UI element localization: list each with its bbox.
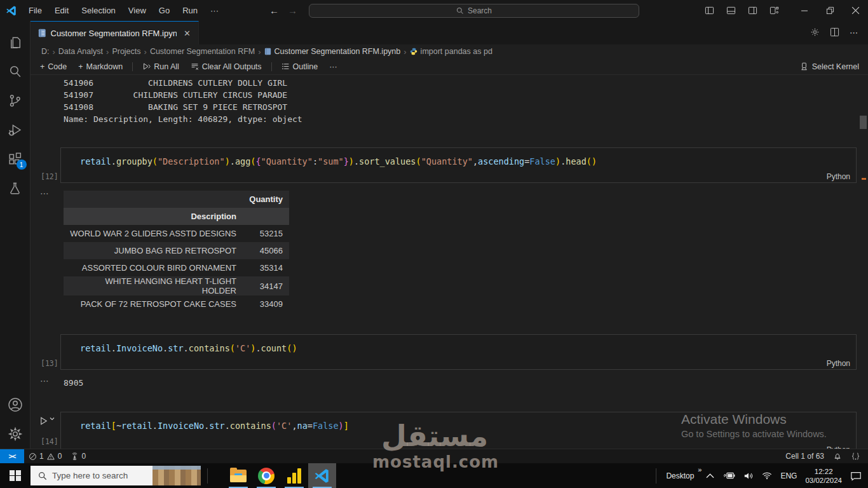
cell13-output-collapse[interactable]: ⋯: [40, 376, 50, 386]
code-cell-13[interactable]: retail.InvoiceNo.str.contains('C').count…: [60, 334, 857, 370]
source-control-icon[interactable]: [0, 86, 31, 115]
breadcrumb-symbol[interactable]: import pandas as pd: [421, 47, 492, 56]
kernel-icon: [800, 62, 808, 71]
remote-indicator[interactable]: ><: [0, 449, 24, 464]
breadcrumb-folder[interactable]: Customer Segmentation RFM: [150, 47, 255, 56]
code-cell-14[interactable]: retail[~retail.InvoiceNo.str.contains('C…: [60, 412, 857, 449]
cell14-code[interactable]: retail[~retail.InvoiceNo.str.contains('C…: [61, 412, 856, 431]
accounts-icon[interactable]: [0, 390, 31, 419]
tab-close-icon[interactable]: ✕: [181, 29, 193, 38]
notebook-toolbar: +Code +Markdown Run All Clear All Output…: [31, 58, 868, 75]
search-sidebar-icon[interactable]: [0, 57, 31, 86]
ports-indicator[interactable]: 0: [66, 449, 90, 463]
start-button[interactable]: [0, 463, 31, 488]
menu-edit[interactable]: Edit: [50, 4, 74, 17]
prettier-braces-icon[interactable]: [851, 452, 860, 461]
notifications-bell-icon[interactable]: [833, 452, 842, 461]
breadcrumb-drive[interactable]: D:: [41, 47, 50, 56]
error-icon: [29, 452, 37, 461]
nav-back-icon[interactable]: ←: [269, 5, 279, 16]
tray-date: 03/02/2024: [805, 476, 842, 485]
run-debug-icon[interactable]: [0, 115, 31, 144]
add-markdown-cell-button[interactable]: +Markdown: [74, 61, 127, 72]
editor-more-actions-icon[interactable]: ⋯: [850, 28, 858, 37]
plus-icon: +: [78, 62, 83, 71]
breadcrumb-file[interactable]: Customer Segmentation RFM.ipynb: [275, 47, 401, 56]
menu-selection[interactable]: Selection: [76, 4, 120, 17]
problems-indicator[interactable]: 1 0: [24, 449, 66, 463]
cell14-language-picker[interactable]: Python: [827, 445, 850, 449]
customize-layout-icon[interactable]: [765, 0, 783, 21]
powerbi-taskbar-icon[interactable]: [280, 463, 308, 488]
split-editor-icon[interactable]: [830, 27, 839, 39]
hidden-icons-chevron[interactable]: [706, 473, 714, 478]
explorer-icon[interactable]: [0, 27, 31, 57]
cell-position-indicator[interactable]: Cell 1 of 63: [785, 452, 824, 461]
menu-run[interactable]: Run: [177, 4, 203, 17]
nav-forward-icon[interactable]: →: [288, 5, 297, 16]
notebook-file-icon: [264, 48, 271, 55]
table-row: ASSORTED COLOUR BIRD ORNAMENT35314: [64, 259, 289, 276]
index-header-description: Description: [64, 208, 243, 225]
toolbar-more-icon[interactable]: ···: [325, 61, 342, 72]
menu-file[interactable]: File: [24, 4, 47, 17]
chrome-taskbar-icon[interactable]: [252, 463, 280, 488]
close-button[interactable]: [843, 0, 868, 21]
add-code-cell-button[interactable]: +Code: [36, 61, 71, 72]
file-explorer-taskbar-icon[interactable]: [224, 463, 252, 488]
row-quantity: 33409: [243, 295, 289, 313]
search-highlight-image[interactable]: [153, 466, 201, 485]
editor-scrollbar[interactable]: [860, 116, 867, 129]
table-row: JUMBO BAG RED RETROSPOT45066: [64, 242, 289, 259]
command-search-box[interactable]: Search: [309, 4, 639, 18]
breadcrumb-data-analyst[interactable]: Data Analyst: [58, 47, 103, 56]
cell12-code[interactable]: retail.groupby("Description").agg({"Quan…: [61, 148, 856, 166]
run-all-button[interactable]: Run All: [138, 61, 184, 72]
clear-all-outputs-button[interactable]: Clear All Outputs: [186, 61, 266, 72]
menu-go[interactable]: Go: [154, 4, 175, 17]
taskbar-search-box[interactable]: Type here to search: [31, 466, 201, 485]
wifi-icon[interactable]: [762, 471, 772, 480]
taskview-separator: [207, 468, 208, 484]
restore-button[interactable]: [817, 0, 843, 21]
row-description: ASSORTED COLOUR BIRD ORNAMENT: [64, 259, 243, 276]
tab-notebook[interactable]: Customer Segmentation RFM.ipynb ✕: [31, 21, 199, 44]
language-indicator[interactable]: ENG: [780, 471, 797, 480]
outline-icon: [281, 62, 290, 71]
toggle-secondary-sidebar-icon[interactable]: [743, 0, 761, 21]
cell13-language-picker[interactable]: Python: [827, 359, 850, 368]
toggle-panel-icon[interactable]: [722, 0, 740, 21]
menu-view[interactable]: View: [123, 4, 151, 17]
settings-gear-icon[interactable]: [0, 419, 31, 449]
vscode-logo-icon: [6, 5, 17, 17]
notebook-editor[interactable]: 541906 CHILDRENS CUTLERY DOLLY GIRL54190…: [31, 75, 868, 449]
code-cell-12[interactable]: retail.groupby("Description").agg({"Quan…: [60, 147, 857, 183]
breadcrumb-projects[interactable]: Projects: [112, 47, 140, 56]
column-header-quantity: Quantity: [243, 191, 289, 208]
battery-icon[interactable]: [722, 471, 735, 480]
cell12-execution-count: [12]: [41, 172, 58, 181]
vscode-taskbar-icon[interactable]: [308, 463, 336, 488]
extensions-icon[interactable]: 1: [0, 144, 31, 173]
taskbar-search-placeholder: Type here to search: [52, 471, 128, 480]
cell12-output-collapse[interactable]: ⋯: [40, 188, 50, 198]
menu-bar: File Edit Selection View Go Run ···: [24, 4, 224, 17]
testing-icon[interactable]: [0, 173, 31, 203]
breadcrumb: D:› Data Analyst› Projects› Customer Seg…: [31, 44, 868, 58]
action-center-icon[interactable]: [850, 471, 862, 481]
cell14-run-button[interactable]: [39, 416, 55, 426]
desktop-toolbar[interactable]: Desktop »: [666, 471, 698, 480]
volume-icon[interactable]: [743, 471, 754, 480]
tab-bar: Customer Segmentation RFM.ipynb ✕ ⋯: [31, 21, 868, 44]
editor-settings-gear-icon[interactable]: [810, 27, 820, 39]
toggle-sidebar-icon[interactable]: [700, 0, 718, 21]
row-description: PACK OF 72 RETROSPOT CAKE CASES: [64, 295, 243, 313]
cell13-code[interactable]: retail.InvoiceNo.str.contains('C').count…: [61, 335, 856, 353]
toolbar-overflow-chevron[interactable]: »: [698, 466, 702, 473]
cell12-language-picker[interactable]: Python: [827, 172, 850, 181]
clock[interactable]: 12:22 03/02/2024: [805, 467, 842, 485]
outline-button[interactable]: Outline: [277, 61, 323, 72]
select-kernel-button[interactable]: Select Kernel: [800, 62, 868, 71]
minimize-button[interactable]: [792, 0, 817, 21]
menu-more[interactable]: ···: [205, 4, 224, 17]
